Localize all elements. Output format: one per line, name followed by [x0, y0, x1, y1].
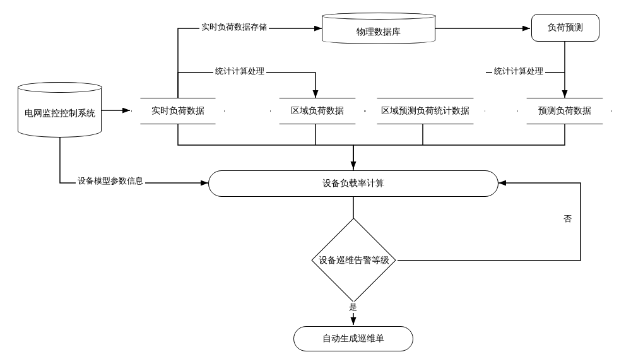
edge-store-label: 实时负荷数据存储: [199, 21, 269, 33]
node-preddata-label: 预测负荷数据: [538, 105, 591, 117]
edge-yes-label: 是: [347, 302, 359, 313]
edge-stat1-label: 统计计算处理: [213, 66, 266, 77]
edge-stat2-label: 统计计算处理: [492, 66, 545, 77]
node-regionpred: 区域预测负荷统计数据: [365, 98, 485, 124]
node-realtime-label: 实时负荷数据: [151, 105, 204, 117]
node-alarmlvl: 设备巡维告警等级: [311, 218, 396, 302]
node-scada-label: 电网监控控制系统: [25, 108, 95, 119]
node-loadcalc-label: 设备负载率计算: [322, 178, 384, 189]
node-alarmlvl-label: 设备巡维告警等级: [319, 255, 389, 266]
node-preddata: 预测负荷数据: [517, 98, 612, 124]
node-physdb: 物理数据库: [322, 13, 435, 44]
node-loadcalc: 设备负载率计算: [208, 170, 498, 197]
edge-no-label: 否: [562, 213, 574, 225]
node-genticket-label: 自动生成巡维单: [322, 333, 384, 344]
node-realtime: 实时负荷数据: [131, 98, 225, 124]
flowchart: 电网监控控制系统 实时负荷数据 物理数据库 负荷预测 区域负荷数据 区域预测负荷…: [0, 0, 631, 364]
node-forecast-label: 负荷预测: [548, 22, 583, 33]
node-region-label: 区域负荷数据: [291, 105, 344, 117]
node-physdb-label: 物理数据库: [357, 26, 401, 38]
node-genticket: 自动生成巡维单: [293, 326, 413, 351]
edge-model-label: 设备模型参数信息: [76, 175, 145, 187]
node-scada: 电网监控控制系统: [18, 82, 102, 138]
node-region: 区域负荷数据: [270, 98, 365, 124]
node-regionpred-label: 区域预测负荷统计数据: [381, 105, 469, 117]
node-forecast: 负荷预测: [531, 14, 599, 42]
